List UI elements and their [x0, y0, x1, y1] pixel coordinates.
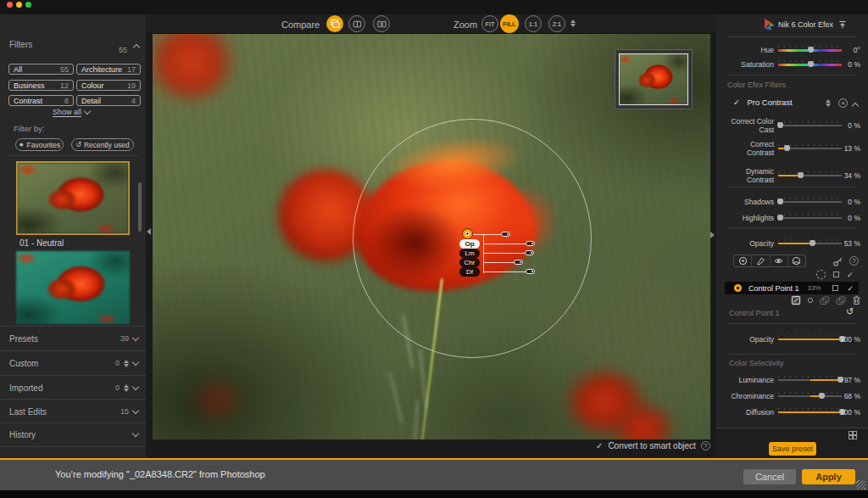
- check-icon[interactable]: ✓: [847, 284, 854, 293]
- add-control-point-button[interactable]: [734, 255, 752, 266]
- zoom-fill-button[interactable]: FILL: [500, 14, 519, 33]
- slider-track[interactable]: [778, 175, 842, 176]
- help-icon[interactable]: ?: [849, 256, 859, 266]
- collapse-panel-icon[interactable]: [837, 20, 848, 30]
- check-icon[interactable]: ✓: [847, 271, 854, 279]
- zoom-stepper-icon[interactable]: [570, 20, 576, 27]
- section-presets[interactable]: Presets 39: [0, 326, 146, 350]
- slider-track[interactable]: [778, 201, 842, 203]
- slider-thumb[interactable]: [819, 393, 825, 399]
- control-point-param-op-label[interactable]: Op: [459, 239, 480, 249]
- minimize-window-icon[interactable]: [16, 2, 22, 8]
- remove-filter-icon[interactable]: ×: [838, 98, 848, 108]
- zoom-100-button[interactable]: 1:1: [525, 15, 542, 32]
- close-window-icon[interactable]: [7, 2, 13, 8]
- side-by-side-preview-button[interactable]: [373, 15, 390, 32]
- save-preset-button[interactable]: Save preset: [769, 442, 816, 456]
- show-selection-icon[interactable]: [816, 270, 826, 279]
- category-architecture-button[interactable]: Architecture 17: [76, 64, 141, 75]
- stepper-icon[interactable]: [124, 360, 129, 367]
- zoom-200-button[interactable]: 2:1: [548, 15, 565, 32]
- control-line-tool-button[interactable]: [752, 255, 770, 266]
- collapse-filter-icon[interactable]: [852, 103, 859, 109]
- slider-track[interactable]: [778, 379, 842, 381]
- cancel-button[interactable]: Cancel: [743, 469, 796, 484]
- slider-thumb[interactable]: [798, 172, 804, 178]
- checkbox-checked-icon[interactable]: ✓: [596, 441, 603, 450]
- control-point-param-slider[interactable]: [514, 260, 523, 265]
- reorder-filter-stepper-icon[interactable]: [826, 99, 831, 107]
- show-all-link[interactable]: Show all: [53, 108, 90, 117]
- control-point-handle[interactable]: [463, 229, 472, 238]
- control-polygon-button[interactable]: [788, 255, 805, 266]
- slider-thumb[interactable]: [777, 215, 783, 221]
- filter-thumbnail-neutral[interactable]: [16, 161, 130, 235]
- help-icon[interactable]: ?: [701, 441, 710, 450]
- slider-track[interactable]: [778, 49, 842, 52]
- slider-thumb[interactable]: [784, 145, 790, 151]
- zoom-fit-button[interactable]: FIT: [481, 15, 498, 32]
- edit-mask-icon[interactable]: [791, 295, 801, 305]
- divider: [727, 323, 857, 324]
- section-history[interactable]: History: [0, 422, 146, 447]
- resize-grip[interactable]: [856, 480, 865, 490]
- checkbox-checked-icon[interactable]: ✓: [733, 98, 740, 107]
- trash-icon[interactable]: [852, 295, 861, 305]
- favourites-filter-button[interactable]: ★ Favourites: [15, 138, 64, 151]
- control-point-param-slider[interactable]: [526, 269, 535, 274]
- wedge-brush-icon: [756, 256, 765, 266]
- control-point-param-slider[interactable]: [526, 241, 535, 246]
- collapse-right-panel-icon[interactable]: [710, 232, 715, 238]
- luminosity-mask-button[interactable]: [771, 255, 788, 266]
- slider-thumb[interactable]: [810, 240, 815, 246]
- recently-used-filter-button[interactable]: ↺ Recently used: [71, 138, 134, 151]
- slider-thumb[interactable]: [777, 122, 783, 128]
- stepper-icon[interactable]: [124, 384, 129, 392]
- apply-button[interactable]: Apply: [802, 469, 855, 484]
- category-business-button[interactable]: Business 12: [8, 80, 74, 91]
- color-selectivity-header: Color Selectivity: [729, 359, 784, 367]
- mask-toggle-icon[interactable]: [832, 285, 838, 291]
- slider-thumb[interactable]: [808, 47, 814, 53]
- control-point-param-lm-label[interactable]: Lm: [459, 249, 480, 258]
- slider-thumb[interactable]: [808, 61, 814, 67]
- control-point-size-slider[interactable]: [501, 232, 510, 237]
- slider-track[interactable]: [778, 148, 842, 149]
- control-point-list-item[interactable]: Control Point 1 33% ✓: [725, 282, 859, 294]
- slider-track[interactable]: [778, 125, 842, 126]
- slider-track[interactable]: [778, 411, 842, 413]
- category-colour-button[interactable]: Colour 19: [76, 80, 141, 91]
- main-photo[interactable]: OpLmChrDf: [153, 34, 710, 439]
- split-preview-button[interactable]: [348, 15, 365, 32]
- slider-thumb[interactable]: [777, 199, 783, 204]
- duplicate-control-point-icon[interactable]: [836, 296, 846, 305]
- slider-track[interactable]: [778, 217, 842, 219]
- category-detail-button[interactable]: Detail 4: [76, 95, 141, 106]
- section-last-edits[interactable]: Last Edits 15: [0, 399, 146, 423]
- mask-toggle-icon[interactable]: [833, 271, 839, 277]
- slider-track[interactable]: [778, 339, 842, 340]
- sidebar-scrollbar[interactable]: [138, 182, 142, 232]
- key-icon[interactable]: [833, 257, 843, 266]
- small-control-point-icon[interactable]: [807, 297, 814, 304]
- slider-track[interactable]: [778, 64, 842, 66]
- collapse-filters-icon[interactable]: [133, 44, 140, 51]
- presets-grid-icon[interactable]: [849, 431, 857, 439]
- compare-toggle-button[interactable]: [326, 15, 343, 32]
- group-control-points-icon[interactable]: [820, 296, 830, 305]
- filter-thumbnail-2[interactable]: [16, 251, 130, 324]
- slider-track[interactable]: [778, 243, 842, 244]
- fullscreen-window-icon[interactable]: [25, 2, 31, 8]
- section-custom[interactable]: Custom 0: [0, 350, 146, 375]
- collapse-left-panel-icon[interactable]: [147, 228, 151, 235]
- category-contrast-button[interactable]: Contrast 8: [8, 95, 74, 106]
- control-point-param-df-label[interactable]: Df: [459, 267, 480, 277]
- control-point-param-chr-label[interactable]: Chr: [459, 258, 480, 267]
- section-imported[interactable]: Imported 0: [0, 375, 146, 400]
- reset-icon[interactable]: ↺: [846, 306, 854, 317]
- control-point-param-slider[interactable]: [525, 250, 534, 255]
- slider-label: Opacity: [725, 239, 774, 248]
- slider-track[interactable]: [778, 395, 842, 397]
- category-all-button[interactable]: All 55: [8, 64, 74, 75]
- correct-contrast-slider: Correct Contrast 13 %: [725, 136, 860, 161]
